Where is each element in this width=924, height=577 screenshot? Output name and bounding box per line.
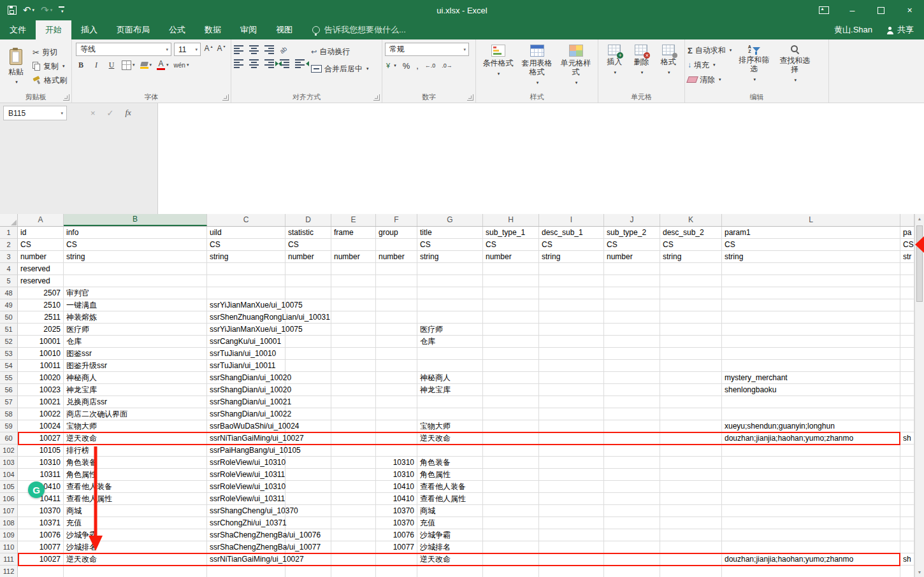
cell-L102[interactable] [722,445,900,457]
cell-J50[interactable] [604,311,660,324]
row-header-3[interactable]: 3 [0,251,18,263]
name-box[interactable]: B115 [3,106,67,120]
cell-F51[interactable] [376,324,417,336]
cell-M50[interactable] [900,311,914,324]
cell-M49[interactable] [900,299,914,311]
cell-E2[interactable] [331,239,376,251]
row-header-48[interactable]: 48 [0,287,18,299]
cell-F55[interactable] [376,372,417,384]
cell-J107[interactable] [604,505,660,517]
cell-E3[interactable]: number [331,251,376,263]
cell-E108[interactable] [331,517,376,529]
cell-A109[interactable]: 10076 [18,529,64,541]
cell-I3[interactable]: string [539,251,604,263]
cell-H1[interactable]: sub_type_1 [483,227,539,239]
cell-C55[interactable]: ssrShangDian/ui_10020 [207,372,285,384]
row-header-102[interactable]: 102 [0,445,18,457]
cell-A1[interactable]: id [18,227,64,239]
cell-B54[interactable]: 图鉴升级ssr [64,360,207,372]
align-center-icon[interactable] [249,59,259,68]
cell-L48[interactable] [722,287,900,299]
cell-C57[interactable]: ssrShangDian/ui_10021 [207,396,285,408]
cell-G102[interactable] [417,445,483,457]
cell-J53[interactable] [604,348,660,360]
cell-I56[interactable] [539,384,604,396]
cell-M56[interactable] [900,384,914,396]
cut-button[interactable]: 剪切 [32,46,67,59]
cell-H102[interactable] [483,445,539,457]
cell-I58[interactable] [539,408,604,420]
cell-I55[interactable] [539,372,604,384]
cell-C107[interactable]: ssrShangCheng/ui_10370 [207,505,285,517]
cell-M58[interactable] [900,408,914,420]
cell-A112[interactable] [18,566,64,577]
cell-J111[interactable] [604,553,660,566]
cell-H60[interactable] [483,432,539,445]
minimize-button[interactable]: – [838,0,867,20]
cell-K111[interactable] [660,553,722,566]
cell-B49[interactable]: 一键满血 [64,299,207,311]
number-dialog-launcher[interactable] [467,94,473,101]
clear-button[interactable]: 清除 [688,73,732,86]
cell-I1[interactable]: desc_sub_1 [539,227,604,239]
cell-B110[interactable]: 沙城排名 [64,541,207,553]
cell-D53[interactable] [285,348,331,360]
cell-K1[interactable]: desc_sub_2 [660,227,722,239]
cell-F2[interactable] [376,239,417,251]
cell-D105[interactable] [285,481,331,493]
row-header-111[interactable]: 111 [0,553,18,566]
account-user-name[interactable]: 黄山.Shan [834,24,872,36]
cell-H57[interactable] [483,396,539,408]
cell-M109[interactable] [900,529,914,541]
cell-G105[interactable]: 查看他人装备 [417,481,483,493]
customize-quick-access-button[interactable] [59,6,64,14]
cell-L1[interactable]: param1 [722,227,900,239]
cell-M3[interactable]: str [900,251,914,263]
cell-G106[interactable]: 查看他人属性 [417,493,483,505]
cell-K5[interactable] [660,275,722,287]
cell-D48[interactable] [285,287,331,299]
column-header-D[interactable]: D [285,214,331,226]
cell-B53[interactable]: 图鉴ssr [64,348,207,360]
cell-B106[interactable]: 查看他人属性 [64,493,207,505]
cell-B3[interactable]: string [64,251,207,263]
cell-H109[interactable] [483,529,539,541]
row-header-112[interactable]: 112 [0,566,18,577]
cell-H111[interactable] [483,553,539,566]
column-header-J[interactable]: J [604,214,660,226]
font-color-button[interactable]: A [157,59,169,71]
cell-G60[interactable]: 逆天改命 [417,432,483,445]
tab-home[interactable]: 开始 [36,20,71,39]
cell-L53[interactable] [722,348,900,360]
paste-button[interactable]: 粘贴 [3,41,29,92]
cell-G111[interactable]: 逆天改命 [417,553,483,566]
cell-F4[interactable] [376,263,417,275]
cell-F111[interactable] [376,553,417,566]
cell-I49[interactable] [539,299,604,311]
cell-M59[interactable] [900,420,914,432]
cell-H53[interactable] [483,348,539,360]
cell-B103[interactable]: 角色装备 [64,457,207,469]
tab-insert[interactable]: 插入 [71,20,107,39]
row-header-1[interactable]: 1 [0,227,18,239]
cell-F109[interactable]: 10076 [376,529,417,541]
cell-C59[interactable]: ssrBaoWuDaShi/ui_10024 [207,420,285,432]
decrease-decimal-button[interactable]: .0→ [442,62,452,69]
fill-button[interactable]: ↓填充 [688,59,732,71]
row-header-54[interactable]: 54 [0,360,18,372]
cell-A56[interactable]: 10023 [18,384,64,396]
cell-G57[interactable] [417,396,483,408]
cell-K56[interactable] [660,384,722,396]
cell-L104[interactable] [722,469,900,481]
cell-styles-button[interactable]: 单元格样式 [556,41,595,92]
cell-G1[interactable]: title [417,227,483,239]
cell-K60[interactable] [660,432,722,445]
find-select-button[interactable]: 查找和选择 [776,41,813,92]
italic-button[interactable]: I [91,59,101,71]
cell-E106[interactable] [331,493,376,505]
cell-I53[interactable] [539,348,604,360]
row-header-49[interactable]: 49 [0,299,18,311]
cell-F52[interactable] [376,336,417,348]
cell-F49[interactable] [376,299,417,311]
cell-C50[interactable]: ssrShenZhuangRongLian/ui_10031 [207,311,285,324]
